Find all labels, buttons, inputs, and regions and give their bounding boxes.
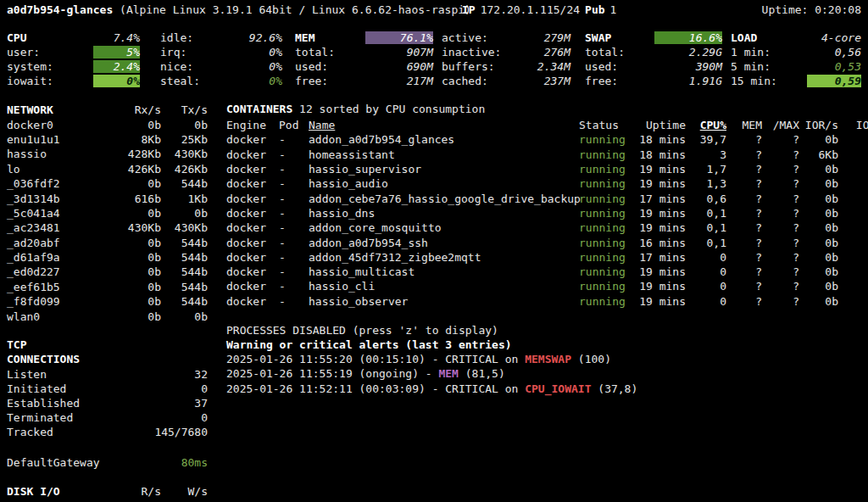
rx-value: 0b [103,207,161,220]
container-cpu: 3 [686,148,726,161]
container-pod: - [279,207,309,220]
tx-value: 544b [161,295,208,308]
container-cpu: 39,7 [686,133,726,146]
stat-value: 0% [61,75,140,87]
load-row: 1 min: 0,56 [731,45,861,59]
stat-value: 1.91G [639,75,722,87]
tx-value: 544b [161,265,208,278]
network-row: wlan0 0b 0b [7,309,208,323]
container-row: docker - addon_a0d7b954_glances running … [226,132,868,147]
cpu-row: user: 5% irq: 0% [7,45,282,59]
container-engine: docker [226,177,279,190]
container-status: running [579,192,632,205]
container-name: addon_a0d7b954_glances [309,133,579,146]
stat-label: used: [585,60,639,73]
container-name: hassio_supervisor [309,163,579,176]
container-name: hassio_multicast [309,265,579,278]
mem-row: free: 217M cached: 237M [295,74,570,88]
load-row: 15 min: 0,59 [731,74,861,88]
stat-value-text: 0% [236,46,282,59]
container-pod: - [279,148,309,161]
stat-value: 4-core [790,31,861,44]
stat-value: 92.6% [220,31,282,44]
container-status: running [579,265,632,278]
tcp-value: 0 [117,411,208,424]
stat-value-text: 276M [524,46,570,59]
container-engine: docker [226,251,279,264]
tx-value: 544b [161,237,208,249]
col-name: Name [309,119,579,131]
container-name: hassio_observer [309,295,579,308]
tcp-label: Initiated [7,382,117,395]
container-uptime: 18 mins [632,133,686,146]
container-max: ? [762,148,799,161]
rx-value: 0b [103,295,161,308]
mem-row: MEM 76.1% active: 279M [295,31,570,45]
network-row: _d61af9a 0b 544b [7,250,208,265]
container-cpu: 0,1 [686,207,726,220]
container-row: docker - addon_45df7312_zigbee2mqtt runn… [226,250,868,265]
stat-label: LOAD [731,31,790,44]
network-row: enu1u1u1 8Kb 25Kb [7,132,208,147]
interface-name: enu1u1u1 [7,133,103,146]
alert-timestamp-text: 2025-01-26 11:55:20 (00:15:10) - CRITICA… [226,353,525,365]
stat-value-text: 0,56 [815,46,861,59]
container-mem: ? [726,207,762,220]
hostname: a0d7b954-glances [7,3,113,16]
read-header: R/s [103,485,161,498]
stat-value-text: 0% [93,75,140,87]
tx-value: 544b [161,251,208,264]
stat-label: active: [442,31,513,44]
tcp-label: Tracked [7,426,117,438]
container-row: docker - hassio_audio running 19 mins 1,… [226,176,868,191]
processes-disabled-message: PROCESSES DISABLED (press 'z' to display… [226,324,498,337]
stat-value-text: 92.6% [236,31,282,44]
alert-value: (100) [571,353,611,365]
container-name: addon_cebe7a76_hassio_google_drive_backu… [309,192,579,205]
container-uptime: 19 mins [632,177,686,190]
rx-header: Rx/s [103,103,161,116]
stat-value-text: 16.6% [654,31,722,44]
rx-value: 430Kb [103,221,161,234]
container-name: hassio_cli [309,280,579,293]
interface-name: wlan0 [7,310,103,323]
container-engine: docker [226,207,279,220]
pub-label: Pub [585,3,604,16]
tx-value: 0b [161,310,208,323]
stat-value: 907M [349,46,433,59]
container-ior: 6Kb [799,148,838,161]
host-info: a0d7b954-glances (Alpine Linux 3.19.1 64… [7,3,471,16]
container-uptime: 17 mins [632,251,686,264]
stat-label: irq: [160,46,220,59]
container-cpu: 0,1 [686,237,726,249]
tx-value: 544b [161,177,208,190]
stat-value-text: 279M [524,31,570,44]
tcp-row: Terminated 0 [7,410,208,425]
tcp-title-line1: TCP [7,338,208,353]
network-row: _ad20abf 0b 544b [7,236,208,250]
container-status: running [579,133,632,146]
rx-value: 8Kb [103,133,161,146]
network-row: _eef61b5 0b 544b [7,280,208,294]
interface-name: _ac23481 [7,221,103,234]
stat-value: 16.6% [639,31,722,44]
stat-value: 0,56 [790,46,861,59]
container-status: running [579,237,632,249]
stat-value-text: 237M [524,75,570,87]
container-pod: - [279,192,309,205]
stat-value-text: 1.91G [676,75,722,87]
stat-label: user: [7,46,61,59]
container-uptime: 19 mins [632,280,686,293]
container-cpu: 1,3 [686,177,726,190]
stat-label: CPU [7,31,61,44]
rx-value: 428Kb [103,148,161,160]
stat-value: 0,59 [790,75,861,87]
container-engine: docker [226,133,279,146]
swap-row: total: 2.29G [585,45,722,59]
mem-section: MEM 76.1% active: 279M total: 907M inact… [295,31,570,88]
rx-value: 0b [103,237,161,249]
container-pod: - [279,280,309,293]
stat-label: free: [585,75,639,87]
stat-label: SWAP [585,31,639,44]
container-engine: docker [226,163,279,176]
